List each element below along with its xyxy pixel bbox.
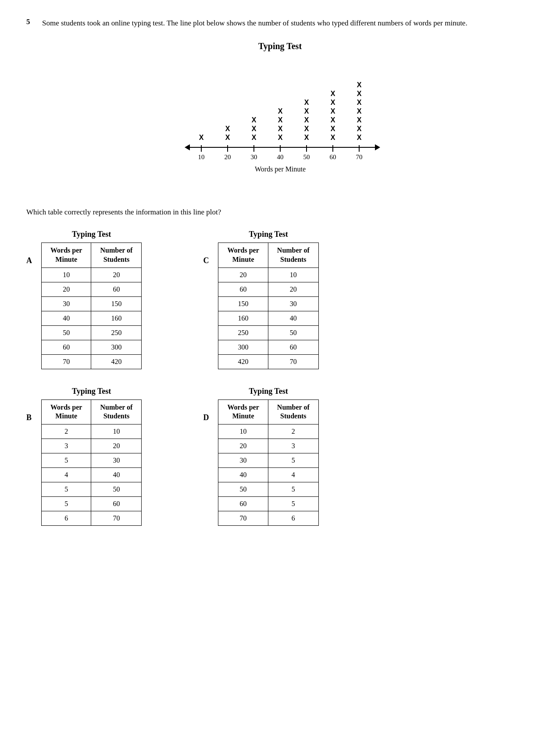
- option-c-title: Typing Test: [249, 230, 288, 239]
- question-text: Some students took an online typing test…: [42, 18, 467, 29]
- students-cell: 30: [91, 453, 142, 468]
- students-cell: 10: [268, 268, 318, 282]
- svg-text:X: X: [304, 134, 309, 141]
- table-row: 2060: [42, 282, 142, 296]
- svg-text:70: 70: [356, 153, 362, 160]
- students-cell: 20: [91, 439, 142, 453]
- svg-text:X: X: [225, 134, 230, 141]
- option-a-container: A Typing Test Words perMinute Number ofS…: [26, 230, 142, 369]
- svg-text:X: X: [251, 125, 256, 132]
- wpm-cell: 60: [218, 497, 268, 511]
- wpm-cell: 150: [218, 296, 268, 311]
- option-b-col2-header: Number ofStudents: [91, 399, 142, 424]
- students-cell: 5: [268, 482, 318, 497]
- option-d-block: Typing Test Words perMinute Number ofStu…: [218, 387, 318, 526]
- table-row: 210: [42, 424, 142, 439]
- tables-row-2: B Typing Test Words perMinute Number ofS…: [26, 387, 534, 526]
- chart-title: Typing Test: [258, 41, 302, 51]
- wpm-cell: 60: [218, 282, 268, 296]
- wpm-cell: 50: [42, 325, 91, 340]
- option-d-col2-header: Number ofStudents: [268, 399, 318, 424]
- wpm-cell: 420: [218, 354, 268, 369]
- wpm-cell: 3: [42, 439, 91, 453]
- option-d-col1-header: Words perMinute: [218, 399, 268, 424]
- option-c-label: C: [203, 230, 212, 265]
- option-c-block: Typing Test Words perMinute Number ofStu…: [218, 230, 318, 369]
- wpm-cell: 30: [42, 296, 91, 311]
- svg-text:60: 60: [329, 153, 336, 160]
- students-cell: 20: [268, 282, 318, 296]
- svg-text:X: X: [304, 116, 309, 124]
- table-row: 605: [218, 497, 318, 511]
- option-a-label: A: [26, 230, 35, 265]
- option-d-title: Typing Test: [249, 387, 288, 396]
- option-b-container: B Typing Test Words perMinute Number ofS…: [26, 387, 142, 526]
- svg-text:Words per Minute: Words per Minute: [254, 165, 305, 173]
- table-row: 70420: [42, 354, 142, 369]
- wpm-cell: 250: [218, 325, 268, 340]
- table-row: 30150: [42, 296, 142, 311]
- table-row: 6020: [218, 282, 318, 296]
- line-plot: 10 20 30 40 50 60 70 X X X X X X X X X X…: [166, 62, 394, 193]
- table-row: 530: [42, 453, 142, 468]
- wpm-cell: 5: [42, 497, 91, 511]
- option-d-label: D: [203, 387, 212, 422]
- chart-section: Typing Test 10 20 30 40 50 60 70 X X X: [26, 41, 534, 193]
- students-cell: 60: [91, 282, 142, 296]
- wpm-cell: 50: [218, 482, 268, 497]
- wpm-cell: 20: [42, 282, 91, 296]
- wpm-cell: 160: [218, 311, 268, 325]
- svg-text:50: 50: [303, 153, 310, 160]
- students-cell: 420: [91, 354, 142, 369]
- svg-text:X: X: [251, 116, 256, 124]
- students-cell: 30: [268, 296, 318, 311]
- students-cell: 20: [91, 268, 142, 282]
- svg-text:X: X: [304, 99, 309, 106]
- students-cell: 10: [91, 424, 142, 439]
- table-row: 305: [218, 453, 318, 468]
- svg-text:X: X: [330, 116, 335, 124]
- option-a-col1-header: Words perMinute: [42, 243, 91, 268]
- wpm-cell: 20: [218, 439, 268, 453]
- wpm-cell: 300: [218, 340, 268, 354]
- svg-text:X: X: [278, 125, 282, 132]
- option-c-col1-header: Words perMinute: [218, 243, 268, 268]
- table-row: 60300: [42, 340, 142, 354]
- wpm-cell: 5: [42, 482, 91, 497]
- wpm-cell: 6: [42, 511, 91, 526]
- students-cell: 4: [268, 468, 318, 482]
- wpm-cell: 20: [218, 268, 268, 282]
- students-cell: 5: [268, 497, 318, 511]
- students-cell: 40: [91, 468, 142, 482]
- table-row: 2010: [218, 268, 318, 282]
- table-row: 1020: [42, 268, 142, 282]
- option-c-container: C Typing Test Words perMinute Number ofS…: [203, 230, 318, 369]
- svg-text:X: X: [357, 125, 361, 132]
- option-a-title: Typing Test: [72, 230, 111, 239]
- svg-text:X: X: [357, 99, 361, 106]
- table-row: 550: [42, 482, 142, 497]
- svg-text:X: X: [199, 134, 203, 141]
- svg-text:40: 40: [277, 153, 283, 160]
- students-cell: 70: [91, 511, 142, 526]
- svg-text:X: X: [357, 116, 361, 124]
- option-c-col2-header: Number ofStudents: [268, 243, 318, 268]
- svg-text:X: X: [357, 107, 361, 115]
- svg-text:X: X: [357, 81, 361, 89]
- svg-text:10: 10: [198, 153, 204, 160]
- svg-text:X: X: [330, 107, 335, 115]
- table-row: 560: [42, 497, 142, 511]
- students-cell: 70: [268, 354, 318, 369]
- svg-text:X: X: [225, 125, 230, 132]
- students-cell: 5: [268, 453, 318, 468]
- question-prompt: Which table correctly represents the inf…: [26, 207, 534, 218]
- table-row: 40160: [42, 311, 142, 325]
- students-cell: 40: [268, 311, 318, 325]
- wpm-cell: 4: [42, 468, 91, 482]
- svg-text:X: X: [304, 107, 309, 115]
- svg-text:X: X: [357, 134, 361, 141]
- wpm-cell: 40: [218, 468, 268, 482]
- svg-marker-1: [375, 144, 380, 150]
- svg-text:30: 30: [250, 153, 257, 160]
- wpm-cell: 60: [42, 340, 91, 354]
